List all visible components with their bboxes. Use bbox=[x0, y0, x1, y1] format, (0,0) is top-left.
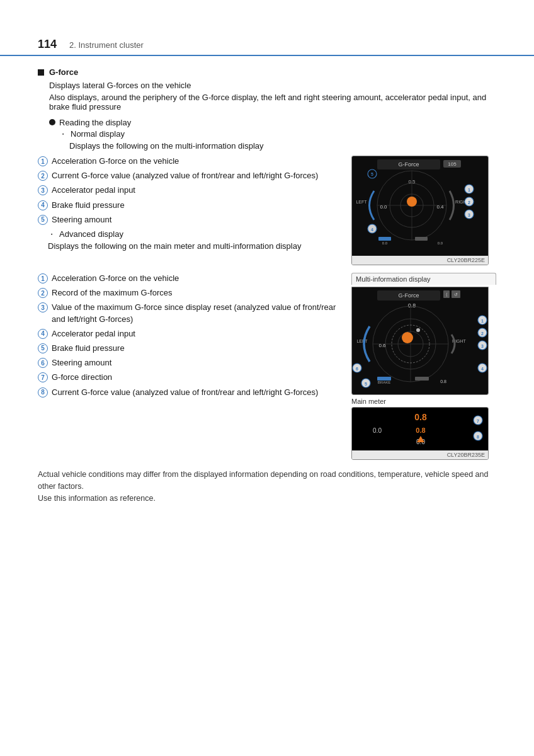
svg-text:6: 6 bbox=[356, 367, 358, 371]
adv-circle-5: 5 bbox=[38, 343, 48, 353]
svg-text:BRAKE: BRAKE bbox=[378, 381, 390, 384]
normal-display-sub: ・ Normal display bbox=[59, 129, 496, 140]
adv-item-5-text: Brake fluid pressure bbox=[52, 343, 345, 354]
svg-text:⟨: ⟨ bbox=[446, 292, 448, 297]
adv-circle-8: 8 bbox=[38, 387, 48, 398]
diagram1-box: G-Force 105 LEFT RIGHT bbox=[351, 156, 489, 265]
adv-circle-6: 6 bbox=[38, 358, 48, 368]
normal-items-list: 1 Acceleration G-force on the vehicle 2 … bbox=[38, 156, 345, 255]
diagram2-caption: CLY20BR235E bbox=[352, 450, 488, 459]
svg-text:5: 5 bbox=[365, 382, 367, 386]
normal-item-3-text: Accelerator pedal input bbox=[52, 185, 345, 196]
normal-display-label: Normal display bbox=[71, 129, 125, 139]
reading-bullet: Reading the display bbox=[49, 118, 496, 127]
svg-text:0.0: 0.0 bbox=[373, 427, 382, 434]
diagram2-svg: G-Force ⟨ ↺ 0.8 LEFT RIGHT bbox=[352, 287, 489, 394]
circle-3: 3 bbox=[38, 185, 48, 195]
section-title: G-force bbox=[38, 67, 496, 77]
adv-item-3-text: Value of the maximum G-force since displ… bbox=[52, 302, 345, 324]
advanced-items-list: 1 Acceleration G-force on the vehicle 2 … bbox=[38, 273, 345, 401]
adv-circle-2: 2 bbox=[38, 288, 48, 298]
diagram1-display: G-Force 105 LEFT RIGHT bbox=[352, 156, 489, 256]
normal-item-3: 3 Accelerator pedal input bbox=[38, 185, 345, 196]
filled-bullet-icon bbox=[49, 119, 55, 125]
advanced-display-label-bullet: ・ Advanced display bbox=[48, 229, 345, 240]
adv-item-8: 8 Current G-force value (analyzed value … bbox=[38, 387, 345, 398]
adv-item-6-text: Steering amount bbox=[52, 357, 345, 369]
svg-text:1: 1 bbox=[481, 319, 484, 323]
adv-item-3: 3 Value of the maximum G-force since dis… bbox=[38, 302, 345, 324]
page-container: 114 2. Instrument cluster G-force Displa… bbox=[0, 0, 534, 756]
adv-item-5: 5 Brake fluid pressure bbox=[38, 343, 345, 354]
adv-item-6: 6 Steering amount bbox=[38, 357, 345, 369]
svg-rect-12 bbox=[378, 237, 391, 241]
normal-item-5: 5 Steering amount bbox=[38, 214, 345, 226]
section-description1: Displays lateral G-forces on the vehicle bbox=[49, 81, 496, 90]
svg-text:0.0: 0.0 bbox=[382, 241, 388, 245]
content: G-force Displays lateral G-forces on the… bbox=[0, 67, 534, 504]
svg-rect-14 bbox=[415, 237, 428, 241]
dot-icon-2: ・ bbox=[48, 229, 55, 240]
svg-text:1: 1 bbox=[468, 188, 470, 192]
adv-item-7-text: G-force direction bbox=[52, 372, 345, 383]
svg-text:0.8: 0.8 bbox=[408, 302, 416, 309]
diagram2-main-label: Main meter bbox=[351, 398, 496, 405]
circle-2: 2 bbox=[38, 171, 48, 181]
normal-item-2-text: Current G-force value (analyzed value of… bbox=[52, 170, 345, 181]
normal-item-4-text: Brake fluid pressure bbox=[52, 200, 345, 211]
svg-point-45 bbox=[416, 328, 420, 332]
adv-item-1-text: Acceleration G-force on the vehicle bbox=[52, 273, 345, 284]
section-icon bbox=[38, 69, 44, 76]
svg-text:7: 7 bbox=[477, 419, 479, 423]
svg-text:3: 3 bbox=[468, 213, 470, 217]
page-header: 114 2. Instrument cluster bbox=[0, 38, 534, 56]
page-chapter: 2. Instrument cluster bbox=[69, 40, 144, 50]
svg-text:2: 2 bbox=[468, 200, 470, 205]
diagram1-container: G-Force 105 LEFT RIGHT bbox=[351, 156, 496, 265]
svg-text:0.0: 0.0 bbox=[380, 204, 387, 210]
diagram2-multi-box: G-Force ⟨ ↺ 0.8 LEFT RIGHT bbox=[351, 287, 489, 395]
section-title-text: G-force bbox=[49, 67, 78, 77]
svg-text:105: 105 bbox=[448, 161, 457, 167]
adv-circle-1: 1 bbox=[38, 273, 48, 284]
normal-item-5-text: Steering amount bbox=[52, 214, 345, 226]
svg-text:4: 4 bbox=[371, 227, 373, 232]
diagram2-multi-label: Multi-information display bbox=[351, 273, 496, 285]
svg-point-44 bbox=[402, 332, 413, 343]
adv-item-8-text: Current G-force value (analyzed value of… bbox=[52, 387, 345, 398]
advanced-display-sub: Displays the following on the main meter… bbox=[48, 241, 345, 251]
svg-text:0.0: 0.0 bbox=[438, 241, 443, 245]
dot-icon: ・ bbox=[59, 129, 67, 140]
circle-5: 5 bbox=[38, 215, 48, 225]
svg-text:0.8: 0.8 bbox=[416, 427, 425, 434]
adv-circle-3: 3 bbox=[38, 302, 48, 312]
adv-item-2: 2 Record of the maximum G-forces bbox=[38, 287, 345, 299]
reading-section: Reading the display ・ Normal display Dis… bbox=[49, 118, 496, 151]
diagram2-display: G-Force ⟨ ↺ 0.8 LEFT RIGHT bbox=[352, 287, 489, 394]
svg-text:5: 5 bbox=[371, 172, 373, 176]
svg-text:G-Force: G-Force bbox=[398, 292, 419, 299]
normal-item-1: 1 Acceleration G-force on the vehicle bbox=[38, 156, 345, 167]
adv-item-2-text: Record of the maximum G-forces bbox=[52, 287, 345, 299]
svg-text:LEFT: LEFT bbox=[356, 200, 367, 204]
note-content: Actual vehicle conditions may differ fro… bbox=[38, 470, 488, 503]
svg-rect-49 bbox=[415, 377, 429, 381]
circle-4: 4 bbox=[38, 200, 48, 210]
page-number: 114 bbox=[38, 38, 57, 51]
advanced-sub-bullet: ・ Advanced display Displays the followin… bbox=[38, 229, 345, 251]
diagram2-main-svg: 0.8 0.0 0.8 0:0 7 bbox=[352, 408, 489, 450]
section-description2: Also displays, around the periphery of t… bbox=[49, 93, 496, 112]
svg-text:↺: ↺ bbox=[454, 292, 458, 297]
svg-text:G-Force: G-Force bbox=[398, 161, 419, 168]
normal-display-section: 1 Acceleration G-force on the vehicle 2 … bbox=[38, 156, 496, 265]
note-text: Actual vehicle conditions may differ fro… bbox=[38, 469, 496, 504]
svg-text:0.8: 0.8 bbox=[414, 412, 427, 422]
svg-text:0.8: 0.8 bbox=[440, 379, 446, 384]
svg-text:0.4: 0.4 bbox=[436, 204, 444, 210]
svg-text:0.6: 0.6 bbox=[378, 343, 386, 348]
advanced-display-label: Advanced display bbox=[59, 229, 123, 239]
svg-point-16 bbox=[407, 197, 417, 207]
adv-circle-7: 7 bbox=[38, 372, 48, 382]
diagram2-main-box: 0.8 0.0 0.8 0:0 7 bbox=[351, 407, 489, 460]
adv-item-4-text: Accelerator pedal input bbox=[52, 328, 345, 340]
